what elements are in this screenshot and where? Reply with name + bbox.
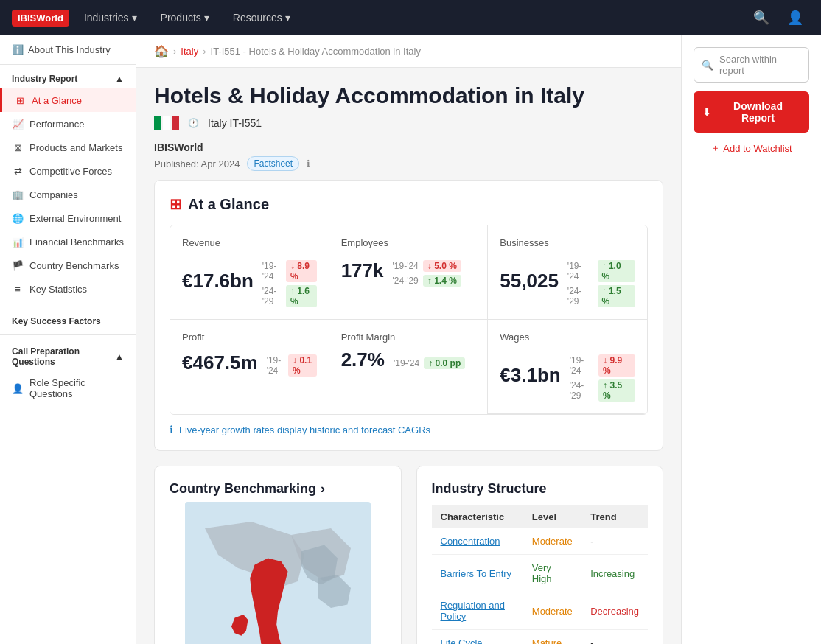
- metric-employees-label: Employees: [341, 237, 476, 248]
- metric-wages-value: €3.1bn: [500, 364, 560, 387]
- at-a-glance-title: ⊞ At a Glance: [170, 195, 648, 213]
- cell-level: Moderate: [523, 592, 581, 630]
- search-placeholder: Search within report: [719, 54, 801, 76]
- metric-profit-label: Profit: [182, 332, 317, 343]
- sidebar-key-success-header: Key Success Factors: [0, 307, 136, 331]
- metric-revenue: Revenue €17.6bn '19-'24 ↓ 8.9 % '24-'29: [170, 225, 329, 320]
- sidebar-item-companies[interactable]: 🏢 Companies: [0, 183, 136, 206]
- table-row: ConcentrationModerate-: [432, 528, 649, 555]
- cell-trend: -: [581, 630, 648, 645]
- grid-icon: ⊠: [12, 141, 24, 153]
- chart-line-icon: 📈: [12, 118, 24, 130]
- metric-profit-margin: Profit Margin 2.7% '19-'24 ↑ 0.0 pp: [329, 320, 489, 414]
- metric-wages: Wages €3.1bn '19-'24 ↓ 9.9 % '24-'29: [488, 320, 647, 414]
- arrows-icon: ⇄: [12, 165, 24, 177]
- cell-trend: -: [581, 528, 648, 555]
- at-a-glance-icon: ⊞: [170, 195, 182, 213]
- breadcrumb-italy[interactable]: Italy: [181, 46, 198, 57]
- metric-employees: Employees 177k '19-'24 ↓ 5.0 % '24-'29: [329, 225, 489, 320]
- list-icon: ≡: [12, 283, 24, 295]
- chevron-right-icon: ›: [321, 481, 325, 497]
- collapse-icon-2[interactable]: ▲: [115, 351, 124, 362]
- table-row: Barriers To EntryVery HighIncreasing: [432, 555, 649, 592]
- sidebar-item-competitive-forces[interactable]: ⇄ Competitive Forces: [0, 159, 136, 183]
- metric-revenue-label: Revenue: [182, 237, 317, 248]
- collapse-icon[interactable]: ▲: [115, 74, 124, 84]
- sidebar-item-key-statistics[interactable]: ≡ Key Statistics: [0, 277, 136, 301]
- metric-revenue-value: €17.6bn: [182, 270, 254, 293]
- col-trend: Trend: [581, 505, 648, 528]
- nav-products[interactable]: Products ▾: [152, 12, 218, 24]
- sidebar-item-role-specific[interactable]: 👤 Role Specific Questions: [0, 371, 136, 405]
- bottom-grid: Country Benchmarking ›: [154, 466, 663, 644]
- country-code: Italy IT-I551: [208, 117, 262, 129]
- metric-employees-rates: '19-'24 ↓ 5.0 % '24-'29 ↑ 1.4 %: [393, 260, 461, 287]
- cell-characteristic[interactable]: Concentration: [432, 528, 523, 555]
- cagr-info-icon: ℹ: [170, 424, 173, 435]
- metric-profit-value: €467.5m: [182, 351, 258, 374]
- metric-businesses-rates: '19-'24 ↑ 1.0 % '24-'29 ↑ 1.5 %: [567, 260, 635, 307]
- nav-resources[interactable]: Resources ▾: [224, 12, 299, 24]
- flag-icon: 🏴: [12, 259, 24, 271]
- metric-wages-label: Wages: [500, 332, 635, 343]
- sidebar-industry-report-header: Industry Report ▲: [0, 65, 136, 88]
- download-report-button[interactable]: ⬇ Download Report: [694, 91, 809, 133]
- table-header-row: Characteristic Level Trend: [432, 505, 649, 528]
- logo[interactable]: IBISWorld: [12, 10, 69, 27]
- clock-icon: 🕐: [188, 118, 199, 128]
- main-layout: ℹ️ About This Industry Industry Report ▲…: [0, 35, 821, 644]
- user-icon[interactable]: 👤: [781, 10, 809, 26]
- country-benchmarking-title[interactable]: Country Benchmarking ›: [170, 481, 386, 497]
- factsheet-info-icon: ℹ: [307, 158, 310, 169]
- metric-profit-margin-label: Profit Margin: [341, 332, 476, 343]
- cell-characteristic[interactable]: Life Cycle: [432, 630, 523, 645]
- sidebar-item-external-environment[interactable]: 🌐 External Environment: [0, 206, 136, 230]
- table-icon: ⊞: [14, 94, 26, 106]
- sidebar: ℹ️ About This Industry Industry Report ▲…: [0, 35, 136, 644]
- metric-businesses-label: Businesses: [500, 237, 635, 248]
- right-panel: 🔍 Search within report ⬇ Download Report…: [681, 35, 821, 644]
- metrics-grid: Revenue €17.6bn '19-'24 ↓ 8.9 % '24-'29: [170, 225, 648, 415]
- metric-profit: Profit €467.5m '19-'24 ↓ 0.1 %: [170, 320, 329, 414]
- plus-icon: ＋: [710, 141, 720, 155]
- metric-businesses-value: 55,025: [500, 270, 559, 293]
- breadcrumb-report: IT-I551 - Hotels & Holiday Accommodation…: [211, 46, 421, 57]
- italy-flag: [154, 116, 179, 130]
- sidebar-top: ℹ️ About This Industry: [0, 35, 136, 65]
- home-icon[interactable]: 🏠: [154, 44, 169, 58]
- download-icon: ⬇: [702, 106, 711, 118]
- cell-trend: Increasing: [581, 555, 648, 592]
- italy-map: [170, 505, 386, 644]
- metric-employees-value: 177k: [341, 259, 384, 282]
- italy-map-svg: [178, 502, 377, 644]
- sidebar-item-at-a-glance[interactable]: ⊞ At a Glance: [0, 88, 136, 112]
- rate-badge: ↓ 8.9 %: [286, 260, 317, 282]
- factsheet-badge[interactable]: Factsheet: [247, 156, 299, 171]
- about-industry-link[interactable]: ℹ️ About This Industry: [12, 44, 124, 55]
- report-meta: 🕐 Italy IT-I551: [154, 116, 663, 130]
- info-icon: ℹ️: [12, 44, 24, 55]
- nav-industries[interactable]: Industries ▾: [75, 12, 146, 24]
- building-icon: 🏢: [12, 189, 24, 200]
- col-level: Level: [523, 505, 581, 528]
- main-content: 🏠 › Italy › IT-I551 - Hotels & Holiday A…: [136, 35, 681, 644]
- sidebar-item-country-benchmarks[interactable]: 🏴 Country Benchmarks: [0, 253, 136, 277]
- metric-wages-rates: '19-'24 ↓ 9.9 % '24-'29 ↑ 3.5 %: [570, 354, 635, 402]
- breadcrumb: 🏠 › Italy › IT-I551 - Hotels & Holiday A…: [136, 35, 681, 68]
- add-to-watchlist-button[interactable]: ＋ Add to Watchlist: [694, 141, 809, 155]
- published-date: Published: Apr 2024: [154, 158, 240, 169]
- sidebar-item-performance[interactable]: 📈 Performance: [0, 112, 136, 136]
- at-a-glance-card: ⊞ At a Glance Revenue €17.6bn '19-'24: [154, 180, 663, 451]
- sidebar-item-products-markets[interactable]: ⊠ Products and Markets: [0, 136, 136, 159]
- sidebar-item-financial-benchmarks[interactable]: 📊 Financial Benchmarks: [0, 230, 136, 253]
- cell-level: Very High: [523, 555, 581, 592]
- cell-characteristic[interactable]: Barriers To Entry: [432, 555, 523, 592]
- cell-level: Mature: [523, 630, 581, 645]
- rate-badge: ↑ 1.6 %: [286, 285, 317, 307]
- search-icon[interactable]: 🔍: [747, 10, 775, 26]
- publisher-name: IBISWorld: [154, 141, 663, 153]
- industry-structure-title: Industry Structure: [432, 481, 649, 497]
- cell-characteristic[interactable]: Regulation and Policy: [432, 592, 523, 630]
- metric-businesses: Businesses 55,025 '19-'24 ↑ 1.0 % '24-'2…: [488, 225, 647, 320]
- search-report-box[interactable]: 🔍 Search within report: [694, 47, 809, 83]
